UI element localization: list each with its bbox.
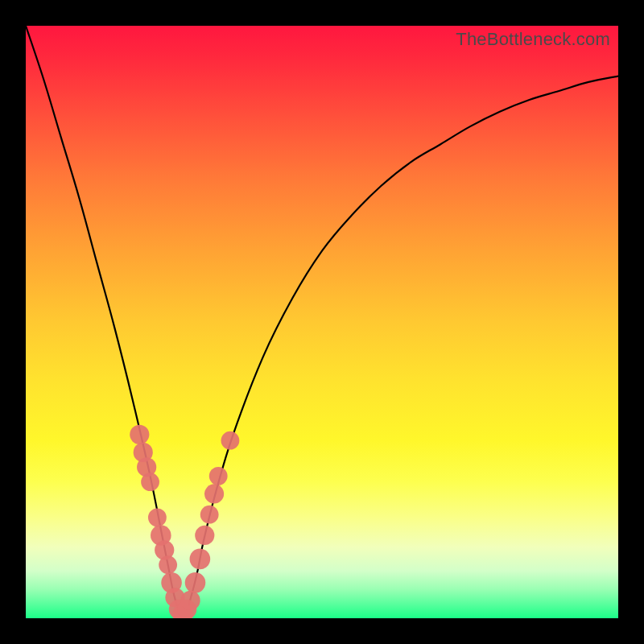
- marker-dot: [181, 591, 200, 610]
- bottleneck-curve: [26, 26, 618, 615]
- marker-dot: [141, 473, 159, 491]
- watermark-text: TheBottleneck.com: [456, 29, 610, 50]
- marker-dot: [195, 526, 214, 545]
- marker-dot: [209, 467, 228, 485]
- marker-dot: [159, 555, 177, 574]
- marker-dot: [200, 506, 219, 524]
- chart-frame: TheBottleneck.com: [0, 0, 644, 644]
- plot-area: TheBottleneck.com: [26, 26, 618, 618]
- marker-dot: [148, 508, 167, 526]
- marker-group: [130, 425, 239, 618]
- marker-dot: [204, 484, 224, 503]
- marker-dot: [130, 425, 149, 444]
- marker-dot: [185, 572, 206, 593]
- marker-dot: [190, 549, 211, 570]
- curve-layer: [26, 26, 618, 618]
- marker-dot: [221, 431, 240, 450]
